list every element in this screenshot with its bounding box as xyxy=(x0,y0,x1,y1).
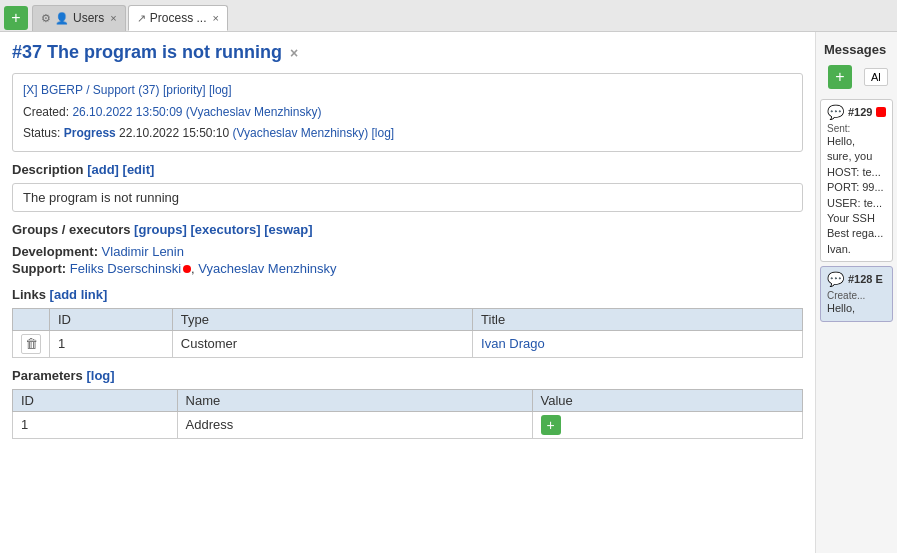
table-row: 🗑 1 Customer Ivan Drago xyxy=(13,330,803,357)
links-col-type: Type xyxy=(172,308,472,330)
gear-icon: ⚙ xyxy=(41,12,51,25)
groups-section: Groups / executors [groups] [executors] … xyxy=(12,222,803,277)
page-close-button[interactable]: × xyxy=(290,45,298,61)
main-layout: #37 The program is not running × [X] BGE… xyxy=(0,32,897,553)
add-link-link[interactable]: [add link] xyxy=(50,287,108,302)
tab-process-label: Process ... xyxy=(150,11,207,25)
msg-line: Best rega... xyxy=(827,226,886,241)
params-col-name: Name xyxy=(177,389,532,411)
development-label: Development: xyxy=(12,244,98,259)
message-card-129[interactable]: 💬 #129 Sent: Hello, sure, you HOST: te..… xyxy=(820,99,893,262)
description-add-link[interactable]: [add] xyxy=(87,162,119,177)
params-section: Parameters [log] ID Name Value 1 Address xyxy=(12,368,803,439)
message-sent-label: Sent: xyxy=(827,123,886,134)
message-card-128[interactable]: 💬 #128 E Create... Hello, xyxy=(820,266,893,321)
msg-line: PORT: 99... xyxy=(827,180,886,195)
sidebar-btn-row: + Al xyxy=(816,61,897,93)
group-row-development: Development: Vladimir Lenin xyxy=(12,243,803,260)
params-col-id: ID xyxy=(13,389,178,411)
message-icon-128: 💬 xyxy=(827,271,844,287)
status-date: 22.10.2022 15:50:10 xyxy=(119,126,229,140)
params-label: Parameters xyxy=(12,368,83,383)
tab-process-close[interactable]: × xyxy=(212,12,218,24)
add-param-value-button[interactable]: + xyxy=(541,415,561,435)
executors-link[interactable]: [executors] xyxy=(190,222,260,237)
info-line-3: Status: Progress 22.10.2022 15:50:10 (Vy… xyxy=(23,123,792,145)
links-col-delete xyxy=(13,308,50,330)
msg-line: sure, you xyxy=(827,149,886,164)
bracket-x-link[interactable]: [X] xyxy=(23,83,38,97)
table-row: 1 Address + xyxy=(13,411,803,438)
created-label: Created: xyxy=(23,105,69,119)
links-row-id: 1 xyxy=(50,330,173,357)
status-user-link[interactable]: (Vyacheslav Menzhinsky) xyxy=(233,126,369,140)
links-col-title: Title xyxy=(473,308,803,330)
tab-process[interactable]: ↗ Process ... × xyxy=(128,5,228,31)
process-icon: ↗ xyxy=(137,12,146,25)
sidebar-filter-button[interactable]: Al xyxy=(864,68,888,86)
sidebar-add-message-button[interactable]: + xyxy=(828,65,852,89)
params-row-name: Address xyxy=(177,411,532,438)
support-person2-link[interactable]: Vyacheslav Menzhinsky xyxy=(198,261,336,276)
sidebar: Messages + Al 💬 #129 Sent: Hello, sure, … xyxy=(815,32,897,553)
links-col-id: ID xyxy=(50,308,173,330)
links-label: Links xyxy=(12,287,46,302)
development-person-link[interactable]: Vladimir Lenin xyxy=(102,244,184,259)
page-title: #37 The program is not running xyxy=(12,42,282,63)
tab-users[interactable]: ⚙ 👤 Users × xyxy=(32,5,126,31)
params-header: Parameters [log] xyxy=(12,368,803,383)
links-header: Links [add link] xyxy=(12,287,803,302)
params-row-value: + xyxy=(532,411,802,438)
params-row-id: 1 xyxy=(13,411,178,438)
msg-line: Hello, xyxy=(827,301,886,316)
status-label: Status: xyxy=(23,126,60,140)
support-label: Support: xyxy=(12,261,66,276)
message-status-red-129 xyxy=(876,107,886,117)
group-row-support: Support: Feliks Dserschinski, Vyacheslav… xyxy=(12,260,803,277)
message-card-129-header: 💬 #129 xyxy=(827,104,886,120)
eswap-link[interactable]: [eswap] xyxy=(264,222,312,237)
groups-header: Groups / executors [groups] [executors] … xyxy=(12,222,803,237)
description-text: The program is not running xyxy=(23,190,179,205)
red-dot-indicator xyxy=(183,265,191,273)
bgerp-link[interactable]: BGERP / Support xyxy=(41,83,135,97)
msg-line: USER: te... xyxy=(827,196,886,211)
params-log-link[interactable]: [log] xyxy=(86,368,114,383)
log-link-1[interactable]: [log] xyxy=(209,83,232,97)
content-area: #37 The program is not running × [X] BGE… xyxy=(0,32,815,553)
description-box: The program is not running xyxy=(12,183,803,212)
new-tab-button[interactable]: + xyxy=(4,6,28,30)
message-id-129: #129 xyxy=(848,106,872,118)
links-section: Links [add link] ID Type Title 🗑 xyxy=(12,287,803,358)
msg-line: Ivan. xyxy=(827,242,886,257)
delete-link-button[interactable]: 🗑 xyxy=(21,334,41,354)
links-table: ID Type Title 🗑 1 Customer Ivan Drago xyxy=(12,308,803,358)
description-edit-link[interactable]: [edit] xyxy=(123,162,155,177)
groups-link[interactable]: [groups] xyxy=(134,222,187,237)
params-col-value: Value xyxy=(532,389,802,411)
support-person1-link[interactable]: Feliks Dserschinski xyxy=(70,261,181,276)
info-box: [X] BGERP / Support (37) [priority] [log… xyxy=(12,73,803,152)
issue-num-link[interactable]: (37) xyxy=(138,83,159,97)
created-user-link[interactable]: 26.10.2022 13:50:09 (Vyacheslav Menzhins… xyxy=(72,105,321,119)
priority-link[interactable]: [priority] xyxy=(163,83,206,97)
message-create-label: Create... xyxy=(827,290,886,301)
status-value[interactable]: Progress xyxy=(64,126,116,140)
msg-line: Your SSH xyxy=(827,211,886,226)
log-link-2[interactable]: [log] xyxy=(371,126,394,140)
page-title-row: #37 The program is not running × xyxy=(12,42,803,63)
ivan-drago-link[interactable]: Ivan Drago xyxy=(481,336,545,351)
info-line-2: Created: 26.10.2022 13:50:09 (Vyacheslav… xyxy=(23,102,792,124)
sidebar-messages-header: Messages xyxy=(816,38,897,61)
description-header: Description [add] [edit] xyxy=(12,162,803,177)
message-body-128: Hello, xyxy=(827,301,886,316)
description-label: Description xyxy=(12,162,84,177)
user-icon: 👤 xyxy=(55,12,69,25)
tab-bar: + ⚙ 👤 Users × ↗ Process ... × xyxy=(0,0,897,32)
links-row-delete-cell: 🗑 xyxy=(13,330,50,357)
msg-line: Hello, xyxy=(827,134,886,149)
groups-label: Groups / executors xyxy=(12,222,130,237)
message-id-128: #128 E xyxy=(848,273,883,285)
tab-users-close[interactable]: × xyxy=(110,12,116,24)
message-icon-129: 💬 xyxy=(827,104,844,120)
